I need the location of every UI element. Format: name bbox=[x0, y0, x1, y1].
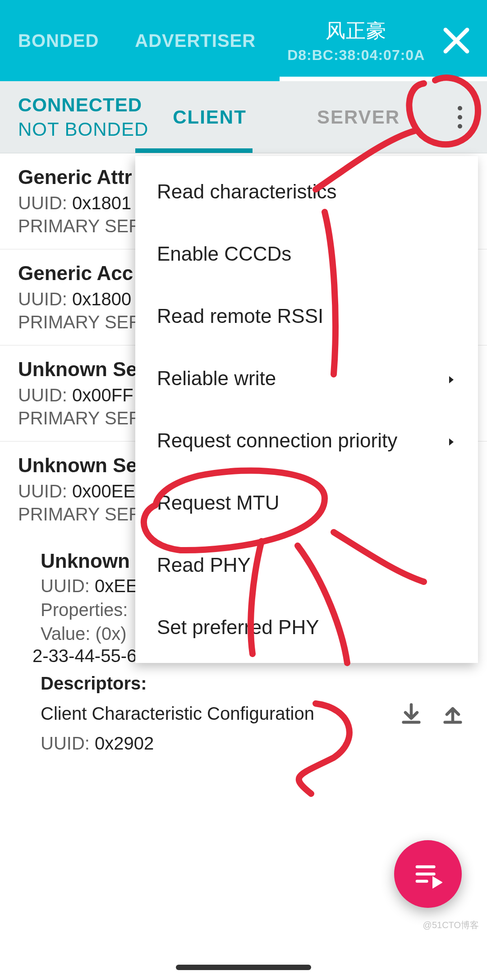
menu-item-label: Request MTU bbox=[157, 492, 279, 514]
subtab-server[interactable]: SERVER bbox=[284, 106, 433, 128]
top-bar: BONDED ADVERTISER 风正豪 D8:BC:38:04:07:0A bbox=[0, 0, 487, 81]
download-icon[interactable] bbox=[395, 697, 427, 730]
device-name: 风正豪 bbox=[326, 18, 386, 44]
menu-item[interactable]: Read remote RSSI bbox=[135, 285, 478, 347]
tab-advertiser[interactable]: ADVERTISER bbox=[117, 0, 274, 81]
menu-item[interactable]: Read PHY bbox=[135, 534, 478, 596]
menu-item[interactable]: Enable CCCDs bbox=[135, 223, 478, 285]
playlist-icon bbox=[413, 860, 442, 888]
service-uuid: 0x1800 bbox=[72, 289, 131, 309]
uuid-label: UUID: bbox=[18, 289, 72, 309]
menu-item-label: Set preferred PHY bbox=[157, 616, 319, 639]
uuid-label: UUID: bbox=[41, 733, 95, 753]
uuid-label: UUID: bbox=[18, 193, 72, 213]
overflow-menu: Read characteristicsEnable CCCDsRead rem… bbox=[135, 156, 478, 663]
service-uuid: 0x00EE bbox=[72, 481, 135, 501]
tab-bonded[interactable]: BONDED bbox=[0, 0, 117, 81]
menu-item[interactable]: Reliable write bbox=[135, 347, 478, 409]
status-bond: NOT BONDED bbox=[18, 119, 148, 140]
menu-item-label: Read characteristics bbox=[157, 180, 337, 203]
connection-status: CONNECTED NOT BONDED bbox=[0, 94, 148, 140]
subtab-client[interactable]: CLIENT bbox=[135, 106, 284, 128]
value-hex: (0x) bbox=[96, 624, 127, 644]
device-mac: D8:BC:38:04:07:0A bbox=[287, 47, 425, 64]
top-tab-underline bbox=[280, 77, 487, 81]
uuid-label: UUID: bbox=[41, 576, 95, 596]
fab-button[interactable] bbox=[394, 840, 462, 908]
descriptor-uuid: 0x2902 bbox=[95, 733, 154, 753]
menu-item[interactable]: Set preferred PHY bbox=[135, 596, 478, 658]
menu-item[interactable]: Request connection priority bbox=[135, 409, 478, 472]
overflow-menu-button[interactable] bbox=[444, 101, 476, 133]
menu-item[interactable]: Read characteristics bbox=[135, 161, 478, 223]
watermark: @51CTO博客 bbox=[423, 919, 479, 931]
value-label: Value: bbox=[41, 624, 96, 644]
subtab-underline bbox=[135, 148, 253, 153]
tab-device[interactable]: 风正豪 D8:BC:38:04:07:0A bbox=[274, 0, 438, 81]
more-vert-icon bbox=[458, 104, 462, 131]
upload-icon[interactable] bbox=[436, 697, 469, 730]
characteristic-uuid: 0xEE bbox=[95, 576, 138, 596]
menu-item-label: Request connection priority bbox=[157, 429, 397, 452]
descriptor-name: Client Characteristic Configuration bbox=[41, 704, 386, 724]
menu-item-label: Enable CCCDs bbox=[157, 243, 291, 265]
chevron-right-icon bbox=[446, 367, 456, 390]
status-connected: CONNECTED bbox=[18, 94, 148, 116]
service-uuid: 0x1801 bbox=[72, 193, 131, 213]
close-tab-icon[interactable] bbox=[440, 24, 473, 57]
uuid-label: UUID: bbox=[18, 481, 72, 501]
descriptors-heading: Descriptors: bbox=[41, 673, 469, 694]
chevron-right-icon bbox=[446, 429, 456, 452]
menu-item-label: Reliable write bbox=[157, 367, 276, 390]
menu-item[interactable]: Request MTU bbox=[135, 472, 478, 534]
nav-handle[interactable] bbox=[176, 965, 311, 970]
sub-tabs: CLIENT SERVER bbox=[135, 81, 433, 153]
menu-item-label: Read remote RSSI bbox=[157, 305, 323, 327]
uuid-label: UUID: bbox=[18, 385, 72, 405]
service-uuid: 0x00FF bbox=[72, 385, 133, 405]
menu-item-label: Read PHY bbox=[157, 554, 251, 576]
sub-bar: CONNECTED NOT BONDED CLIENT SERVER bbox=[0, 81, 487, 153]
